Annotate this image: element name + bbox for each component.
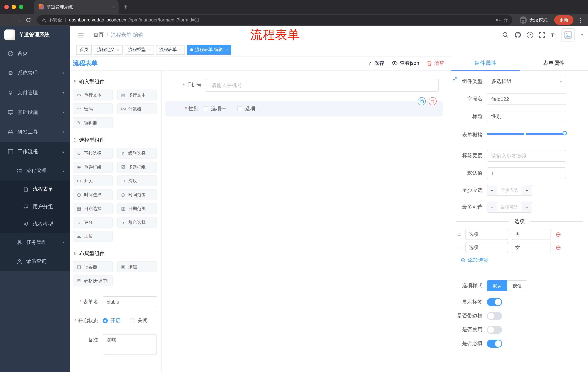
default-value-input[interactable] [487,167,566,179]
close-icon[interactable]: × [225,47,228,52]
gender-option2-checkbox[interactable]: 选项二 [237,106,261,112]
palette-item-editor[interactable]: ✎编辑器 [73,117,113,128]
option-label-input[interactable] [465,242,508,253]
save-button[interactable]: ✓ 保存 [368,60,384,66]
palette-item-time-picker[interactable]: ◷时间选择 [73,189,113,200]
option-style-default-button[interactable]: 默认 [487,280,507,291]
close-window-button[interactable] [4,5,9,9]
tag-process-definition[interactable]: 流程定义 × [94,45,123,54]
security-label[interactable]: 不安全 [48,17,62,23]
sidebar-item-home[interactable]: 首页 [0,44,70,63]
checkbox-icon[interactable] [237,106,242,111]
view-json-button[interactable]: 查看json [392,60,419,66]
required-switch[interactable] [487,340,502,348]
palette-item-select[interactable]: ⊙下拉选择 [73,148,113,159]
tag-process-form[interactable]: 流程表单 × [156,45,185,54]
link-icon[interactable] [452,76,458,82]
slider-track[interactable] [487,133,566,135]
github-icon[interactable] [514,32,521,38]
palette-item-rate[interactable]: ☆评分 [73,217,113,228]
maximize-window-button[interactable] [19,5,23,9]
option-drag-handle-icon[interactable]: ≡ [456,231,462,237]
remove-option-icon[interactable]: ⊖ [556,231,561,238]
sidebar-item-leave-query[interactable]: 请假查询 [0,252,70,271]
max-select-stepper[interactable]: − + [487,202,532,213]
form-name-input[interactable] [103,296,157,307]
max-select-input[interactable] [497,202,522,212]
palette-item-table-dev[interactable]: ⊞表格[开发中] [73,275,113,286]
sidebar-item-user-groups[interactable]: 用户分组 [0,198,70,215]
browser-tab[interactable]: 芋道管理系统 × [34,0,119,14]
forward-icon[interactable]: → [13,17,23,23]
add-option-button[interactable]: ⊕ 添加选项 [451,257,588,264]
sidebar-item-workflow[interactable]: 工作流程 ▴ [0,142,70,162]
form-canvas[interactable]: 手机号 性别 [162,71,451,372]
palette-item-cascader[interactable]: ⋔级联选择 [117,148,157,159]
tag-process-form-edit[interactable]: 流程表单-编辑 × [187,45,231,54]
font-size-icon[interactable]: T↕ [551,32,556,38]
close-icon[interactable]: × [117,47,119,52]
palette-item-multi-line-text[interactable]: ▤多行文本 [117,90,157,100]
form-grid-slider[interactable] [487,128,566,140]
help-icon[interactable]: ? [527,32,533,38]
min-select-input[interactable] [497,185,522,195]
title-input[interactable] [487,111,566,122]
reload-icon[interactable] [23,17,33,23]
sidebar-item-process-form[interactable]: 流程表单 [0,181,70,198]
collapse-sidebar-icon[interactable] [78,32,84,38]
disabled-switch[interactable] [487,326,502,334]
palette-item-single-line-text[interactable]: ▭单行文本 [73,90,113,100]
sidebar-item-devtools[interactable]: 研发工具 ▾ [0,122,70,142]
sidebar-item-infrastructure[interactable]: 基础设施 ▾ [0,103,70,122]
palette-item-switch[interactable]: ⊶开关 [73,175,113,186]
search-icon[interactable] [502,32,509,38]
copy-component-button[interactable] [418,97,426,105]
tag-process-model[interactable]: 流程模型 × [125,45,154,54]
palette-item-date-range[interactable]: ▥日期范围 [117,203,157,214]
option-value-input[interactable] [512,242,551,253]
palette-item-upload[interactable]: ☁上传 [73,231,113,242]
breadcrumb-home[interactable]: 首页 [94,32,104,38]
min-select-stepper[interactable]: − + [487,185,532,196]
status-off-radio[interactable]: 关闭 [130,317,148,324]
palette-item-slider[interactable]: ⊸滑块 [117,175,157,186]
tab-close-icon[interactable]: × [112,4,115,10]
slider-handle[interactable] [563,131,567,135]
avatar[interactable] [562,28,575,42]
palette-item-counter[interactable]: 123计数器 [117,103,157,114]
remark-textarea[interactable]: 嘿嘿 [103,334,157,354]
sidebar-item-process-model[interactable]: 流程模型 [0,215,70,233]
border-switch[interactable] [487,312,502,320]
phone-input[interactable] [206,79,439,92]
tab-component-props[interactable]: 组件属性 [451,56,520,70]
tab-form-props[interactable]: 表单属性 [520,56,588,70]
status-on-radio[interactable]: 开启 [103,317,120,324]
app-logo-row[interactable]: 芋道管理系统 [0,26,70,44]
delete-component-button[interactable] [429,97,437,105]
close-icon[interactable]: × [179,47,182,52]
sidebar-item-payment[interactable]: ¥ 支付管理 ▾ [0,83,70,103]
clear-button[interactable]: 清空 [426,60,444,66]
option-drag-handle-icon[interactable]: ≡ [456,244,462,251]
palette-item-date-picker[interactable]: ▦日期选择 [73,203,113,214]
selected-component-gender[interactable]: 性别 选项一 选项二 [165,101,443,117]
phone-field-row[interactable]: 手机号 [165,79,443,92]
palette-item-radio-group[interactable]: ◉单选框组 [73,162,113,172]
field-name-input[interactable] [487,93,566,105]
minimize-window-button[interactable] [12,5,16,9]
sidebar-item-system[interactable]: ⚙ 系统管理 ▾ [0,63,70,83]
browser-menu-icon[interactable]: ⋮ [578,17,584,23]
label-width-input[interactable] [487,150,566,162]
password-key-icon[interactable] [495,17,501,23]
decrease-icon[interactable]: − [487,185,497,195]
browser-update-button[interactable]: 更新 [554,15,573,25]
show-label-switch[interactable] [487,298,502,306]
option-value-input[interactable] [512,229,551,240]
tag-home[interactable]: 首页 [76,45,92,54]
palette-item-checkbox-group[interactable]: ☑多选框组 [117,162,157,172]
palette-item-button[interactable]: ▣按钮 [117,261,157,272]
sidebar-item-process-management[interactable]: 流程管理 ▴ [0,162,70,181]
component-type-select[interactable]: 多选框组 ▾ [487,76,566,87]
increase-icon[interactable]: + [522,202,532,212]
address-bar[interactable]: 不安全 | dashboard.yudao.iocoder.cn /bpm/ma… [37,15,512,25]
